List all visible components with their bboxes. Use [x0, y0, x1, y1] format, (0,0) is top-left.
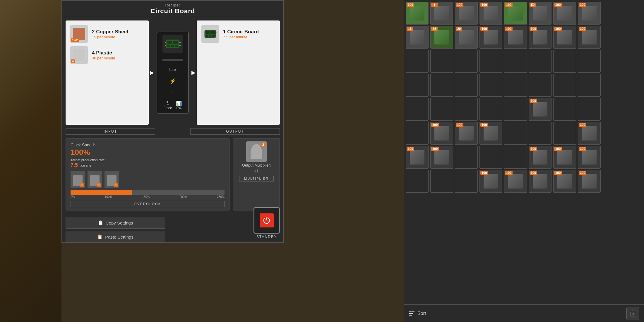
- circuit-board-image: [165, 37, 181, 51]
- inventory-slot-38[interactable]: [553, 98, 576, 121]
- inventory-slot-52[interactable]: [504, 146, 527, 169]
- inventory-slot-53[interactable]: 100: [529, 146, 551, 169]
- count-badge-63: 100: [579, 171, 586, 175]
- inventory-slot-60[interactable]: 100: [504, 170, 527, 193]
- inventory-slot-33[interactable]: [430, 98, 453, 121]
- shard-1[interactable]: 1: [71, 171, 85, 188]
- count-badge-59: 100: [480, 171, 488, 175]
- inventory-slot-21[interactable]: [529, 50, 551, 73]
- item-icon-61: [533, 174, 547, 189]
- inventory-slot-59[interactable]: 100: [479, 170, 502, 193]
- item-icon-14: [557, 30, 572, 44]
- count-badge-54: 100: [554, 147, 562, 151]
- inventory-slot-36[interactable]: [504, 98, 527, 121]
- ingredient-copper: 12/2 2 Copper Sheet 15 per minute: [70, 25, 144, 43]
- inventory-slot-8[interactable]: 15: [406, 26, 429, 49]
- inventory-slot-44[interactable]: [504, 122, 527, 145]
- inventory-slot-34[interactable]: [455, 98, 478, 121]
- inventory-slot-54[interactable]: 100: [553, 146, 576, 169]
- inventory-slot-58[interactable]: [455, 170, 478, 193]
- inventory-slot-12[interactable]: 100: [504, 26, 527, 49]
- inventory-slot-22[interactable]: [553, 50, 576, 73]
- inventory-slot-7[interactable]: 100: [578, 2, 601, 25]
- shard-2[interactable]: 1: [88, 171, 102, 188]
- inventory-slot-4[interactable]: 100: [504, 2, 527, 25]
- item-icon-11: [484, 30, 498, 44]
- inventory-slot-16[interactable]: [406, 50, 429, 73]
- inventory-slot-62[interactable]: 100: [553, 170, 576, 193]
- inventory-slot-27[interactable]: [479, 74, 502, 97]
- inventory-slot-42[interactable]: 100: [455, 122, 478, 145]
- plastic-badge: 4: [71, 59, 75, 63]
- inventory-slot-28[interactable]: [504, 74, 527, 97]
- play-right-button[interactable]: ▶: [191, 69, 196, 76]
- inventory-slot-55[interactable]: 100: [578, 146, 601, 169]
- inventory-slot-13[interactable]: 100: [529, 26, 551, 49]
- inventory-slot-41[interactable]: 100: [430, 122, 453, 145]
- inventory-slot-19[interactable]: [479, 50, 502, 73]
- inventory-slot-40[interactable]: [406, 122, 429, 145]
- inventory-slot-48[interactable]: 100: [406, 146, 429, 169]
- inventory-slot-39[interactable]: [578, 98, 601, 121]
- ingredient-plastic: 4 4 Plastic 30 per minute: [70, 46, 144, 64]
- inventory-slot-43[interactable]: 100: [479, 122, 502, 145]
- overclock-button[interactable]: OVERCLOCK: [71, 201, 225, 207]
- standby-button[interactable]: [254, 207, 280, 234]
- multiplier-avatar-shape: [251, 144, 262, 159]
- inventory-slot-61[interactable]: 100: [529, 170, 551, 193]
- inventory-slot-46[interactable]: [553, 122, 576, 145]
- inventory-slot-56[interactable]: [406, 170, 429, 193]
- clock-prod-value: 7.5: [71, 162, 78, 168]
- paste-settings-button[interactable]: 📋 Paste Settings: [66, 231, 165, 243]
- inventory-slot-9[interactable]: 65: [430, 26, 453, 49]
- inventory-slot-49[interactable]: 100: [430, 146, 453, 169]
- inventory-slot-6[interactable]: 100: [553, 2, 576, 25]
- inventory-slot-25[interactable]: [430, 74, 453, 97]
- inventory-slot-23[interactable]: [578, 50, 601, 73]
- inventory-slot-63[interactable]: 100: [578, 170, 601, 193]
- inventory-slot-24[interactable]: [406, 74, 429, 97]
- inventory-slot-0[interactable]: 100: [406, 2, 429, 25]
- inventory-slot-29[interactable]: [529, 74, 551, 97]
- count-badge-48: 100: [407, 147, 414, 151]
- inventory-slot-17[interactable]: [430, 50, 453, 73]
- inventory-slot-50[interactable]: [455, 146, 478, 169]
- inventory-slot-35[interactable]: [479, 98, 502, 121]
- inventory-slot-31[interactable]: [578, 74, 601, 97]
- inventory-slot-15[interactable]: 100: [578, 26, 601, 49]
- machine-cycle-stat: ⏱ 8 sec: [164, 101, 172, 110]
- overclock-bar[interactable]: [71, 190, 225, 195]
- inventory-slot-2[interactable]: 100: [455, 2, 478, 25]
- output-name: 1 Circuit Board: [223, 29, 259, 35]
- shard-3[interactable]: 1: [105, 171, 119, 188]
- recipe-header: Recipe: Circuit Board: [62, 1, 283, 17]
- item-icon-49: [434, 150, 449, 165]
- inventory-slot-37[interactable]: 100: [529, 98, 551, 121]
- inventory-slot-47[interactable]: 100: [578, 122, 601, 145]
- inventory-slot-1[interactable]: 1: [430, 2, 453, 25]
- sort-button[interactable]: Sort: [409, 310, 426, 317]
- inventory-slot-10[interactable]: 20: [455, 26, 478, 49]
- svg-rect-4: [171, 45, 174, 47]
- inventory-slot-18[interactable]: [455, 50, 478, 73]
- inventory-slot-20[interactable]: [504, 50, 527, 73]
- input-label: INPUT: [66, 128, 155, 135]
- play-left-button[interactable]: ▶: [150, 69, 154, 76]
- inventory-slot-32[interactable]: [406, 98, 429, 121]
- count-badge-37: 100: [530, 99, 537, 103]
- inventory-slot-14[interactable]: 100: [553, 26, 576, 49]
- inventory-slot-30[interactable]: [553, 74, 576, 97]
- recipe-label: Recipe:: [62, 3, 283, 7]
- inventory-slot-26[interactable]: [455, 74, 478, 97]
- svg-rect-1: [167, 41, 172, 44]
- inventory-slot-5[interactable]: 59: [529, 2, 551, 25]
- copy-settings-button[interactable]: 📋 Copy Settings: [66, 217, 165, 229]
- inventory-slot-45[interactable]: [529, 122, 551, 145]
- multiplier-button[interactable]: MULTIPLIER: [239, 176, 274, 181]
- inventory-slot-57[interactable]: [430, 170, 453, 193]
- trash-button[interactable]: [626, 307, 639, 320]
- inventory-slot-51[interactable]: [479, 146, 502, 169]
- item-icon-41: [434, 126, 449, 141]
- inventory-slot-3[interactable]: 100: [479, 2, 502, 25]
- inventory-slot-11[interactable]: 100: [479, 26, 502, 49]
